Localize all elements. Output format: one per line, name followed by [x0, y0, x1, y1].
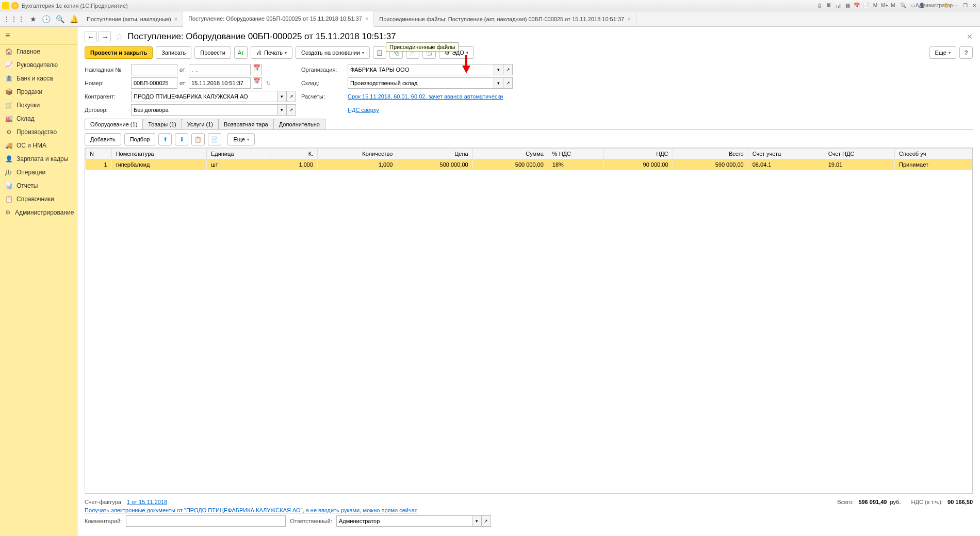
sidebar-item[interactable]: 📊Отчеты	[0, 179, 77, 192]
refresh-icon[interactable]: ↻	[264, 80, 273, 87]
subtab[interactable]: Возвратная тара	[218, 119, 274, 129]
sidebar-item[interactable]: ДтОперации	[0, 166, 77, 179]
open-icon[interactable]: ↗	[503, 77, 513, 89]
down-icon[interactable]: ⬇	[175, 133, 188, 145]
post-button[interactable]: Провести	[194, 46, 231, 59]
col-header[interactable]: Всего	[673, 149, 748, 159]
comment-input[interactable]	[126, 515, 286, 527]
calendar-icon[interactable]: 📅	[253, 64, 262, 75]
col-header[interactable]: Счет учета	[748, 149, 824, 159]
number-input[interactable]	[131, 77, 177, 89]
col-header[interactable]: Способ уч	[895, 149, 972, 159]
sidebar-item[interactable]: 🛒Покупки	[0, 99, 77, 112]
info-icon[interactable]: ⓘ	[943, 2, 950, 9]
min-icon[interactable]: —	[952, 2, 959, 9]
search-icon[interactable]: 🔍	[900, 2, 907, 9]
contract-input[interactable]	[131, 104, 277, 116]
tool-icon[interactable]: 📊	[835, 2, 842, 9]
contractor-input[interactable]	[131, 91, 277, 102]
table[interactable]: NНоменклатураЕдиницаК.КоличествоЦенаСумм…	[85, 148, 973, 494]
calendar-icon[interactable]: 📅	[253, 77, 262, 89]
tool-icon[interactable]: ▦	[844, 2, 851, 9]
dropdown-icon[interactable]: ▾	[494, 77, 503, 89]
dropdown-icon[interactable]: ▾	[472, 515, 482, 527]
tool-icon[interactable]: 📄	[862, 2, 870, 9]
search-icon[interactable]: 🔍	[56, 15, 64, 23]
subtab[interactable]: Услуги (1)	[182, 119, 219, 129]
m-icon[interactable]: M	[872, 2, 879, 9]
tool-icon[interactable]: ▭	[909, 2, 916, 9]
m-plus-icon[interactable]: M+	[881, 2, 888, 9]
open-icon[interactable]: ↗	[503, 64, 513, 75]
close-icon[interactable]: ✕	[971, 2, 978, 9]
tab-close-icon[interactable]: ×	[365, 15, 368, 22]
create-based-button[interactable]: Создать на основании ▾	[296, 46, 370, 59]
nav-fwd-button[interactable]: →	[99, 31, 111, 42]
more-button[interactable]: Еще ▾	[929, 46, 956, 59]
app-orb-icon[interactable]	[11, 2, 19, 9]
subtab[interactable]: Оборудование (1)	[85, 119, 143, 129]
sidebar-item[interactable]: ⚙Администрирование	[0, 206, 77, 219]
col-header[interactable]: НДС	[603, 149, 673, 159]
subtab[interactable]: Дополнительно	[273, 119, 325, 129]
open-icon[interactable]: ↗	[287, 104, 296, 116]
help-button[interactable]: ?	[959, 46, 973, 59]
col-header[interactable]: Номенклатура	[111, 149, 206, 159]
col-header[interactable]: Цена	[397, 149, 472, 159]
tab-close-icon[interactable]: ×	[174, 16, 177, 22]
add-button[interactable]: Добавить	[85, 133, 121, 145]
sidebar-item[interactable]: 🏦Банк и касса	[0, 72, 77, 85]
apps-icon[interactable]: ⋮⋮⋮	[3, 15, 25, 23]
tab[interactable]: Поступление: Оборудование 00БП-000025 от…	[183, 11, 374, 27]
fav-star-icon[interactable]: ☆	[115, 31, 123, 42]
resp-input[interactable]	[336, 515, 472, 527]
promo-link[interactable]: Получать электронные документы от "ПРОДО…	[85, 507, 417, 513]
history-icon[interactable]: 🕓	[42, 15, 51, 23]
select-button[interactable]: Подбор	[124, 133, 156, 145]
dropdown-icon[interactable]: ▾	[494, 64, 503, 75]
sidebar-item[interactable]: 👤Зарплата и кадры	[0, 152, 77, 166]
sidebar-item[interactable]: 🚚ОС и НМА	[0, 139, 77, 152]
subtab[interactable]: Товары (1)	[142, 119, 182, 129]
col-header[interactable]: Счет НДС	[824, 149, 894, 159]
user-label[interactable]: Администратор	[930, 2, 938, 9]
tab-close-icon[interactable]: ×	[627, 16, 630, 22]
calendar-icon[interactable]: 📅	[853, 2, 860, 9]
m-minus-icon[interactable]: M-	[890, 2, 897, 9]
sf-link[interactable]: 1 от 15.11.2018	[127, 499, 167, 505]
bell-icon[interactable]: 🔔	[70, 15, 78, 23]
burger-icon[interactable]: ≡	[0, 27, 77, 45]
star-icon[interactable]: ★	[30, 15, 37, 23]
table-more-button[interactable]: Еще ▾	[227, 133, 254, 145]
sidebar-item[interactable]: 🏠Главное	[0, 45, 77, 58]
paste-icon[interactable]: 📄	[208, 133, 221, 145]
tool-icon[interactable]: 🖩	[825, 2, 832, 9]
page-close-icon[interactable]: ✕	[967, 33, 973, 41]
wh-input[interactable]	[348, 77, 494, 89]
col-header[interactable]: Единица	[206, 149, 271, 159]
sidebar-item[interactable]: 📦Продажи	[0, 85, 77, 99]
table-row[interactable]: 1гипербалоидшт1,0001,000500 000,00500 00…	[86, 159, 972, 170]
sidebar-item[interactable]: 🏭Склад	[0, 112, 77, 125]
open-icon[interactable]: ↗	[287, 91, 296, 102]
nav-back-button[interactable]: ←	[85, 31, 97, 42]
open-icon[interactable]: ↗	[482, 515, 491, 527]
print-button[interactable]: 🖨 Печать ▾	[251, 46, 292, 59]
tab[interactable]: Поступление (акты, накладные)×	[81, 11, 183, 26]
max-icon[interactable]: ❐	[961, 2, 969, 9]
vat-link[interactable]: НДС сверху	[348, 107, 513, 113]
tool-icon[interactable]: ⎙	[816, 2, 823, 9]
col-header[interactable]: Количество	[318, 149, 397, 159]
invoice-input[interactable]	[131, 64, 177, 75]
col-header[interactable]: N	[86, 149, 112, 159]
copy-icon[interactable]: 📋	[191, 133, 205, 145]
save-button[interactable]: Записать	[156, 46, 191, 59]
up-icon[interactable]: ⬆	[158, 133, 172, 145]
dropdown-icon[interactable]: ▾	[277, 104, 287, 116]
org-input[interactable]	[348, 64, 494, 75]
tab[interactable]: Присоединенные файлы: Поступление (акт, …	[374, 11, 636, 26]
col-header[interactable]: Сумма	[472, 149, 548, 159]
dropdown-icon[interactable]: ▾	[277, 91, 287, 102]
sidebar-item[interactable]: 📈Руководителю	[0, 58, 77, 72]
copy-icon[interactable]: 📋	[373, 46, 386, 59]
